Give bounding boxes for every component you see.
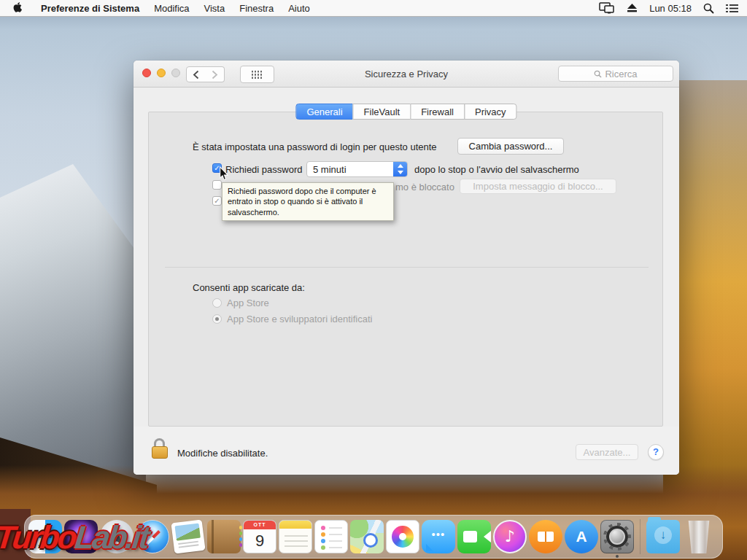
lock-body	[152, 446, 168, 459]
radio-label: App Store e sviluppatori identificati	[227, 314, 372, 324]
lock-status-text: Modifiche disabilitate.	[177, 448, 268, 459]
display-mirroring-icon[interactable]	[599, 2, 615, 14]
window-footer: Modifiche disabilitate. Avanzate... ?	[133, 427, 679, 475]
dock-item-trash[interactable]	[682, 520, 716, 553]
spotlight-search-icon[interactable]	[703, 3, 714, 14]
dock-item-mail[interactable]	[171, 520, 205, 553]
menu-item[interactable]: Aiuto	[281, 3, 317, 14]
calendar-month: OTT	[244, 521, 276, 529]
after-sleep-text: dopo lo stop o l'avvio del salvaschermo	[414, 164, 579, 175]
calendar-icon: OTT9	[243, 520, 276, 553]
lock-message-text-fragment: mo è bloccato	[395, 182, 454, 192]
menubar-status-area: Lun 05:18	[599, 2, 738, 14]
mail-icon	[171, 519, 205, 553]
menu-bar: Preferenze di SistemaModificaVistaFinest…	[0, 0, 747, 17]
menu-items: Preferenze di SistemaModificaVistaFinest…	[34, 3, 317, 14]
disable-auto-login-checkbox[interactable]: ✓	[212, 196, 222, 206]
tab-filevault[interactable]: FileVault	[353, 104, 411, 120]
password-set-text: È stata impostata una password di login …	[193, 141, 437, 152]
radio-row: App Store	[212, 298, 269, 308]
general-panel: È stata impostata una password di login …	[148, 112, 663, 427]
notification-center-icon[interactable]	[726, 4, 738, 13]
notes-icon	[279, 520, 312, 553]
search-icon	[594, 70, 602, 78]
menu-item[interactable]: Finestra	[232, 3, 281, 14]
menu-item[interactable]: Vista	[197, 3, 233, 14]
dock-item-messages[interactable]	[422, 520, 455, 553]
calendar-day: 9	[244, 530, 276, 552]
password-delay-select[interactable]: 5 minuti	[306, 161, 408, 177]
radio-app-store[interactable]	[212, 298, 222, 308]
running-indicator	[616, 555, 619, 558]
tooltip: Richiedi password dopo che il computer è…	[222, 182, 394, 221]
dock-item-downloads[interactable]	[646, 520, 680, 553]
systemprefs-icon	[600, 520, 634, 553]
eject-icon[interactable]	[627, 3, 638, 13]
window-titlebar[interactable]: Sicurezza e Privacy Ricerca	[133, 61, 679, 88]
menubar-clock[interactable]: Lun 05:18	[649, 3, 692, 14]
lock-icon[interactable]	[152, 438, 168, 459]
password-delay-value: 5 minuti	[307, 164, 393, 175]
dock-item-itunes[interactable]	[493, 520, 527, 553]
radio-label: App Store	[227, 298, 269, 308]
dock-item-appstore[interactable]	[565, 520, 598, 553]
tab-privacy[interactable]: Privacy	[464, 104, 517, 120]
change-password-button[interactable]: Cambia password...	[457, 138, 564, 155]
itunes-icon	[493, 520, 527, 553]
advanced-button: Avanzate...	[576, 444, 638, 460]
facetime-icon	[457, 520, 491, 553]
search-placeholder: Ricerca	[605, 69, 637, 79]
search-input[interactable]: Ricerca	[558, 66, 673, 82]
security-privacy-window: Sicurezza e Privacy Ricerca GeneraliFile…	[133, 61, 679, 475]
dock-item-ibooks[interactable]	[529, 520, 562, 553]
apple-menu-icon[interactable]	[13, 2, 23, 14]
watermark-part2: Lab.it	[73, 519, 149, 555]
downloads-icon	[646, 520, 680, 553]
ibooks-icon	[529, 520, 562, 553]
tab-generali[interactable]: Generali	[295, 104, 353, 120]
section-divider	[165, 267, 649, 268]
help-button[interactable]: ?	[648, 444, 664, 460]
radio-app-store-identified[interactable]	[212, 314, 222, 324]
dock-item-calendar[interactable]: OTT9	[243, 520, 276, 553]
dock-item-contacts[interactable]	[207, 520, 241, 553]
mouse-cursor	[217, 166, 231, 184]
require-password-label: Richiedi password	[225, 164, 303, 175]
appstore-icon	[565, 520, 598, 553]
turbolab-watermark: TurboLab.it	[0, 519, 150, 556]
tab-bar: GeneraliFileVaultFirewallPrivacy	[295, 104, 516, 120]
photos-icon	[386, 520, 419, 553]
dock-item-reminders[interactable]	[314, 520, 348, 553]
dock-item-facetime[interactable]	[457, 520, 491, 553]
stepper-arrows-icon	[393, 162, 407, 176]
trash-icon	[686, 520, 711, 553]
dock-item-notes[interactable]	[279, 520, 312, 553]
set-lock-message-button: Imposta messaggio di blocco...	[460, 179, 616, 194]
dock-item-photos[interactable]	[386, 520, 419, 553]
menu-item[interactable]: Modifica	[147, 3, 196, 14]
reminders-icon	[314, 520, 348, 553]
menu-item[interactable]: Preferenze di Sistema	[34, 3, 147, 14]
allow-apps-label: Consenti app scaricate da:	[193, 282, 305, 293]
messages-icon	[422, 520, 455, 553]
radio-row: App Store e sviluppatori identificati	[212, 314, 372, 324]
dock-item-maps[interactable]	[350, 520, 384, 553]
maps-icon	[350, 520, 384, 553]
contacts-icon	[207, 520, 241, 553]
watermark-part1: Turbo	[0, 519, 77, 555]
tab-firewall[interactable]: Firewall	[410, 104, 465, 120]
dock-item-systemprefs[interactable]	[600, 520, 634, 553]
dock-separator	[640, 519, 640, 554]
